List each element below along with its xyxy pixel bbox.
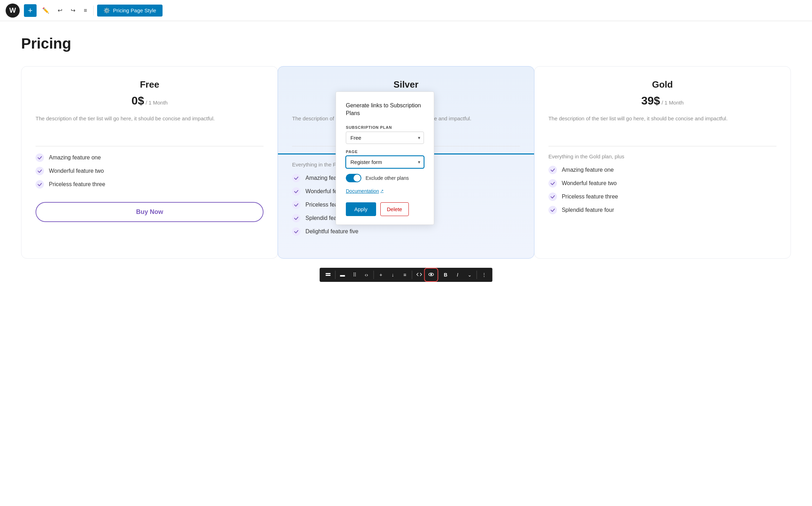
arrow-icon: ‹› — [365, 272, 368, 278]
separator — [374, 271, 374, 279]
move-down-icon: ↓ — [392, 272, 394, 278]
settings-icon: ⚙️ — [103, 7, 110, 14]
generate-links-popup: Generate links to Subscription Plans SUB… — [336, 91, 434, 225]
more-options-button[interactable]: ⋮ — [478, 269, 490, 280]
feature-item: Delightful feature five — [292, 227, 520, 236]
feature-label: Priceless feature three — [49, 181, 105, 188]
code-icon — [417, 272, 422, 278]
align-button[interactable]: ≡ — [399, 269, 411, 280]
plan-period-gold: / 1 Month — [661, 100, 684, 106]
exclude-label: Exclude other plans — [366, 175, 409, 181]
feature-item: Amazing feature one — [36, 153, 264, 162]
feature-item: Wonderful feature two — [36, 167, 264, 175]
subscription-plan-label: SUBSCRIPTION PLAN — [346, 125, 424, 129]
page-select[interactable]: Register form Login form Checkout — [346, 156, 424, 168]
redo-icon: ↪ — [71, 7, 75, 14]
list-icon: ≡ — [84, 7, 87, 14]
page-title: Pricing — [21, 35, 791, 52]
feature-label: Amazing feature one — [562, 167, 614, 173]
check-icon — [292, 174, 300, 182]
separator — [438, 271, 439, 279]
exclude-toggle[interactable] — [346, 174, 361, 182]
block-button[interactable]: ▬ — [337, 269, 348, 280]
block-align-button[interactable] — [323, 269, 334, 280]
insert-button[interactable]: + — [375, 269, 387, 280]
code-button[interactable] — [414, 269, 425, 280]
check-icon — [548, 179, 557, 188]
feature-label: Wonderful feature two — [49, 168, 104, 174]
feature-label: Splendid feature four — [562, 207, 614, 213]
features-list-gold: Amazing feature one Wonderful feature tw… — [548, 166, 776, 214]
separator — [412, 271, 412, 279]
separator — [93, 6, 94, 15]
feature-item: Priceless feature three — [548, 192, 776, 201]
edit-button[interactable]: ✏️ — [39, 5, 52, 16]
plan-description-gold: The description of the tier list will go… — [548, 114, 776, 139]
svg-rect-1 — [326, 275, 331, 276]
page-select-wrapper: Register form Login form Checkout ▾ — [346, 156, 424, 168]
subscription-plan-select[interactable]: Free Silver Gold — [346, 132, 424, 144]
eye-icon — [429, 272, 434, 278]
add-button[interactable]: + — [24, 4, 37, 17]
check-icon — [36, 153, 44, 162]
list-view-button[interactable]: ≡ — [81, 5, 90, 16]
documentation-link[interactable]: Documentation ↗ — [346, 188, 383, 194]
separator — [335, 271, 336, 279]
plan-amount-free: 0$ — [132, 94, 144, 107]
plan-amount-gold: 39$ — [641, 94, 660, 107]
wp-logo: W — [6, 4, 20, 18]
feature-item: Amazing feature one — [548, 166, 776, 174]
buy-now-button-free[interactable]: Buy Now — [36, 202, 264, 222]
visibility-button[interactable] — [426, 269, 437, 280]
subscription-plan-select-wrapper: Free Silver Gold ▾ — [346, 132, 424, 144]
apply-button[interactable]: Apply — [346, 202, 376, 216]
plan-name-gold: Gold — [548, 79, 776, 90]
svg-rect-0 — [326, 273, 331, 274]
check-icon — [292, 214, 300, 222]
plan-name-free: Free — [36, 79, 264, 90]
block-align-icon — [325, 272, 331, 278]
feature-label: Wonderful feature two — [562, 180, 617, 186]
plan-description-free: The description of the tier list will go… — [36, 114, 264, 139]
drag-icon: ⠿ — [353, 272, 356, 278]
move-down-button[interactable]: ↓ — [387, 269, 399, 280]
page-label: PAGE — [346, 150, 424, 154]
popup-title: Generate links to Subscription Plans — [346, 102, 424, 118]
delete-button[interactable]: Delete — [380, 202, 409, 216]
svg-point-3 — [430, 273, 432, 275]
block-icon: ▬ — [340, 272, 345, 278]
italic-icon: I — [457, 272, 458, 278]
feature-label: Delightful feature five — [305, 228, 358, 235]
insert-icon: + — [379, 272, 382, 278]
plan-subtitle-gold: Everything in the Gold plan, plus — [548, 153, 776, 159]
plan-divider-gold — [548, 146, 776, 146]
external-link-icon: ↗ — [380, 189, 383, 193]
documentation-link-text: Documentation — [346, 188, 379, 194]
check-icon — [548, 192, 557, 201]
align-icon: ≡ — [403, 272, 406, 278]
inline-toolbar: ▬ ⠿ ‹› + ↓ ≡ — [320, 268, 493, 282]
pricing-page-style-button[interactable]: ⚙️ Pricing Page Style — [97, 5, 163, 17]
check-icon — [36, 180, 44, 189]
pricing-style-label: Pricing Page Style — [113, 7, 156, 13]
redo-button[interactable]: ↪ — [68, 5, 78, 16]
feature-item: Priceless feature three — [36, 180, 264, 189]
more-formats-button[interactable]: ⌄ — [464, 269, 475, 280]
feature-label: Priceless feature three — [562, 194, 618, 200]
pricing-card-gold: Gold 39$ / 1 Month The description of th… — [534, 66, 791, 259]
arrow-button[interactable]: ‹› — [361, 269, 372, 280]
bold-button[interactable]: B — [440, 269, 451, 280]
popup-actions: Apply Delete — [346, 202, 424, 216]
undo-button[interactable]: ↩ — [55, 5, 65, 16]
feature-label: Amazing feature one — [49, 154, 101, 161]
exclude-toggle-row: Exclude other plans — [346, 174, 424, 182]
feature-item: Wonderful feature two — [548, 179, 776, 188]
check-icon — [548, 166, 557, 174]
plus-icon: + — [28, 6, 33, 15]
italic-button[interactable]: I — [452, 269, 463, 280]
check-icon — [292, 227, 300, 236]
check-icon — [292, 187, 300, 196]
page-content: Pricing Free 0$ / 1 Month The descriptio… — [0, 21, 812, 299]
dots-icon: ⋮ — [482, 272, 487, 278]
drag-button[interactable]: ⠿ — [349, 269, 360, 280]
